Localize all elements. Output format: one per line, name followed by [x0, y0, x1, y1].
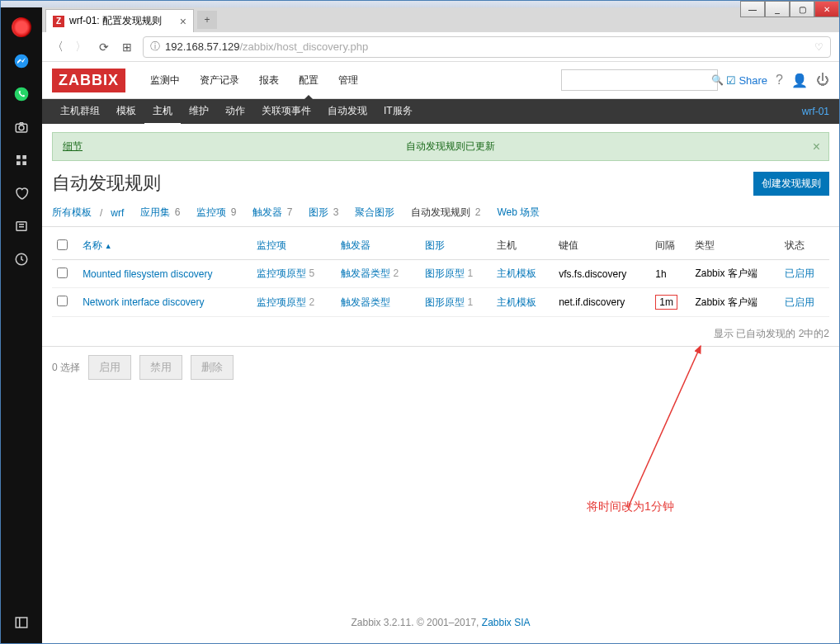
proto-link[interactable]: 监控项原型: [257, 268, 306, 279]
notice-message: 自动发现规则已更新: [83, 140, 819, 154]
host-template-link[interactable]: 主机模板: [497, 268, 536, 279]
topmenu-item[interactable]: 资产记录: [190, 62, 249, 99]
nav-back-icon[interactable]: 〈: [50, 40, 65, 54]
win-maximize-button[interactable]: ▢: [790, 1, 814, 17]
browser-tab-bar: Z wrf-01: 配置发现规则 × +: [42, 7, 839, 32]
win-collapse-button[interactable]: —: [740, 1, 765, 17]
col-graphs[interactable]: 图形: [420, 232, 492, 260]
tab-title: wrf-01: 配置发现规则: [69, 14, 175, 28]
titlebar: [1, 1, 839, 7]
zabbix-footer: Zabbix 3.2.11. © 2001–2017, Zabbix SIA: [42, 617, 839, 628]
heart-icon[interactable]: [12, 184, 31, 202]
submenu-item[interactable]: 模板: [108, 98, 144, 125]
browser-tab[interactable]: Z wrf-01: 配置发现规则 ×: [45, 9, 194, 32]
info-icon: ⓘ: [150, 40, 160, 54]
whatsapp-icon[interactable]: [12, 85, 31, 103]
win-close-button[interactable]: ✕: [814, 1, 839, 17]
panel-icon[interactable]: [12, 613, 31, 632]
crumb-all-templates[interactable]: 所有模板: [52, 206, 92, 220]
win-minimize-button[interactable]: _: [765, 1, 790, 17]
proto-link[interactable]: 监控项原型: [257, 296, 306, 308]
svg-point-1: [15, 88, 29, 102]
page-title: 自动发现规则: [52, 171, 161, 196]
bookmark-icon[interactable]: ♡: [814, 41, 823, 53]
crumb-item: 监控项 9: [196, 206, 236, 220]
topmenu-item[interactable]: 监测中: [140, 62, 190, 99]
notice-detail-link[interactable]: 细节: [63, 140, 83, 154]
create-rule-button[interactable]: 创建发现规则: [753, 172, 829, 196]
status-link[interactable]: 已启用: [785, 296, 814, 308]
rule-link[interactable]: Network interface discovery: [83, 296, 204, 308]
favicon-icon: Z: [53, 16, 64, 27]
zabbix-topnav: ZABBIX 监测中资产记录报表配置管理 🔍 ☑ Share ? 👤 ⏻: [42, 62, 839, 99]
crumb-link[interactable]: 触发器: [252, 206, 282, 218]
type-cell: Zabbix 客户端: [690, 288, 780, 317]
notice-close-icon[interactable]: ×: [813, 140, 820, 154]
user-icon[interactable]: 👤: [791, 73, 808, 88]
tab-close-icon[interactable]: ×: [180, 15, 186, 28]
search-icon[interactable]: 🔍: [711, 74, 724, 86]
bulk-enable-button[interactable]: 启用: [88, 355, 131, 380]
news-icon[interactable]: [12, 217, 31, 235]
row-checkbox[interactable]: [57, 296, 68, 306]
crumb-link[interactable]: 监控项: [196, 206, 226, 218]
col-status: 状态: [780, 232, 829, 260]
proto-link[interactable]: 触发器类型: [341, 268, 390, 279]
submenu-item[interactable]: 自动发现: [319, 98, 375, 125]
crumb-link[interactable]: 图形: [309, 206, 328, 218]
bulk-delete-button[interactable]: 删除: [191, 355, 234, 380]
proto-link[interactable]: 触发器类型: [341, 296, 390, 308]
reload-icon[interactable]: ⟳: [97, 40, 111, 54]
opera-icon[interactable]: [12, 17, 31, 37]
col-key: 键值: [554, 232, 650, 260]
interval-cell: 1m: [650, 288, 690, 317]
new-tab-button[interactable]: +: [197, 11, 217, 29]
col-name[interactable]: 名称 ▲: [78, 232, 252, 260]
row-checkbox[interactable]: [57, 268, 68, 278]
topmenu-item[interactable]: 报表: [249, 62, 289, 99]
table-row: Network interface discovery监控项原型 2触发器类型图…: [52, 288, 829, 317]
submenu-item[interactable]: IT服务: [375, 98, 421, 125]
col-items[interactable]: 监控项: [252, 232, 336, 260]
submenu-item[interactable]: 动作: [217, 98, 253, 125]
clock-icon[interactable]: [12, 250, 31, 268]
zabbix-subnav: 主机群组模板主机维护动作关联项事件自动发现IT服务 wrf-01: [42, 99, 839, 124]
footer-link[interactable]: Zabbix SIA: [482, 617, 531, 628]
crumb-item: Web 场景: [497, 206, 540, 220]
bulk-disable-button[interactable]: 禁用: [139, 355, 182, 380]
crumb-link[interactable]: 聚合图形: [355, 206, 394, 218]
camera-icon[interactable]: [12, 118, 31, 136]
submenu-item[interactable]: 主机群组: [52, 98, 108, 125]
crumb-item: 应用集 6: [140, 206, 180, 220]
status-link[interactable]: 已启用: [785, 268, 814, 279]
proto-link[interactable]: 图形原型: [425, 296, 465, 308]
submenu-item[interactable]: 维护: [181, 98, 217, 125]
messenger-icon[interactable]: [12, 52, 31, 70]
select-all-checkbox[interactable]: [57, 239, 68, 250]
topmenu-item[interactable]: 配置: [289, 62, 328, 99]
crumb-link[interactable]: 应用集: [140, 206, 170, 218]
nav-forward-icon[interactable]: 〉: [73, 40, 88, 54]
col-triggers[interactable]: 触发器: [336, 232, 420, 260]
selected-count: 0 选择: [52, 361, 80, 375]
key-cell: net.if.discovery: [554, 288, 650, 317]
power-icon[interactable]: ⏻: [816, 73, 829, 88]
share-button[interactable]: ☑ Share: [726, 74, 767, 87]
url-input[interactable]: ⓘ 192.168.57.129/zabbix/host_discovery.p…: [143, 36, 831, 58]
topmenu-item[interactable]: 管理: [328, 62, 368, 99]
submenu-item[interactable]: 关联项事件: [253, 98, 319, 125]
search-input[interactable]: [562, 74, 711, 87]
submenu-item[interactable]: 主机: [144, 98, 181, 125]
interval-cell: 1h: [650, 260, 690, 288]
speed-dial-icon[interactable]: ⊞: [120, 40, 134, 54]
proto-link[interactable]: 图形原型: [425, 268, 465, 279]
discovery-table: 名称 ▲监控项触发器图形主机键值间隔类型状态 Mounted filesyste…: [52, 232, 829, 317]
url-text: 192.168.57.129/zabbix/host_discovery.php: [165, 40, 368, 53]
zabbix-logo[interactable]: ZABBIX: [52, 69, 125, 92]
crumb-link[interactable]: Web 场景: [497, 206, 540, 218]
help-icon[interactable]: ?: [776, 73, 783, 88]
crumb-host[interactable]: wrf: [111, 207, 124, 219]
rule-link[interactable]: Mounted filesystem discovery: [83, 268, 212, 280]
grid-icon[interactable]: [12, 151, 31, 169]
host-template-link[interactable]: 主机模板: [497, 296, 536, 308]
